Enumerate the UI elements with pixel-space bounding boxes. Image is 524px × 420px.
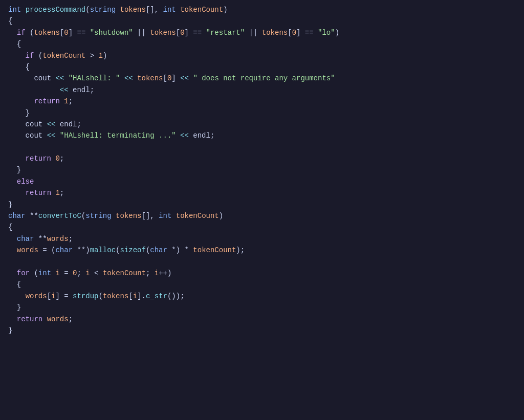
code-token: int bbox=[159, 210, 171, 222]
code-token: = bbox=[60, 268, 73, 279]
code-token: char bbox=[17, 233, 34, 245]
code-token: return bbox=[26, 153, 51, 164]
code-token: tokens bbox=[103, 291, 128, 302]
code-line: } bbox=[0, 325, 524, 336]
code-token bbox=[176, 130, 180, 141]
code-token bbox=[51, 153, 55, 164]
code-token: ; bbox=[77, 268, 86, 279]
code-token: return bbox=[34, 96, 59, 107]
code-token: << bbox=[47, 119, 56, 130]
code-token: ) bbox=[335, 27, 339, 38]
code-line bbox=[0, 256, 524, 268]
code-token: endl bbox=[193, 130, 210, 141]
code-token: int bbox=[38, 268, 51, 279]
code-token: { bbox=[8, 279, 21, 290]
code-token: << bbox=[180, 73, 189, 84]
code-token: c_str bbox=[146, 291, 167, 302]
code-line: if (tokens[0] == "shutdown" || tokens[0]… bbox=[0, 27, 524, 38]
code-token bbox=[69, 84, 73, 96]
code-line: { bbox=[0, 61, 524, 73]
code-token bbox=[51, 73, 55, 84]
code-token: int bbox=[163, 4, 176, 15]
code-token bbox=[42, 130, 47, 141]
code-token bbox=[8, 73, 34, 84]
code-token: ( bbox=[98, 291, 102, 302]
code-token bbox=[8, 96, 34, 107]
code-token: << bbox=[60, 84, 69, 96]
code-token: tokens bbox=[120, 4, 145, 15]
code-token bbox=[8, 233, 17, 245]
code-token bbox=[55, 130, 59, 141]
code-token: i bbox=[55, 268, 59, 279]
code-token: } bbox=[8, 107, 30, 119]
code-token: [], bbox=[142, 210, 159, 222]
code-token: return bbox=[17, 314, 42, 325]
code-token: string bbox=[90, 4, 116, 15]
code-token bbox=[176, 4, 180, 15]
code-token: "lo" bbox=[318, 27, 335, 38]
code-token: words bbox=[47, 233, 69, 245]
code-token: ) bbox=[223, 4, 227, 15]
code-token bbox=[8, 176, 17, 187]
code-token: } bbox=[8, 325, 12, 336]
code-token: < bbox=[90, 268, 103, 279]
code-token: endl bbox=[73, 84, 90, 96]
code-token: i bbox=[85, 268, 90, 279]
code-line bbox=[0, 142, 524, 153]
code-token: ] bbox=[171, 73, 180, 84]
code-token: ( bbox=[85, 4, 90, 15]
code-token: tokens bbox=[150, 27, 176, 38]
code-token: [ bbox=[288, 27, 292, 38]
code-token: [ bbox=[163, 73, 167, 84]
code-token: char bbox=[8, 210, 26, 222]
code-token: ( bbox=[34, 50, 42, 61]
code-token: { bbox=[8, 61, 30, 73]
code-token: ( bbox=[81, 210, 85, 222]
code-line: int processCommand(string tokens[], int … bbox=[0, 4, 524, 15]
code-token: ++) bbox=[159, 268, 171, 279]
code-line: if (tokenCount > 1) bbox=[0, 50, 524, 61]
code-token: for bbox=[17, 268, 30, 279]
code-token: ) bbox=[219, 210, 223, 222]
code-token: ; bbox=[60, 153, 64, 164]
code-line: words[i] = strdup(tokens[i].c_str()); bbox=[0, 291, 524, 302]
code-token bbox=[17, 187, 26, 198]
code-token bbox=[64, 73, 68, 84]
code-token: "shutdown" bbox=[90, 27, 133, 38]
code-token: ] == bbox=[296, 27, 318, 38]
code-token bbox=[60, 96, 64, 107]
code-token: strdup bbox=[73, 291, 98, 302]
code-line: { bbox=[0, 38, 524, 50]
code-token: ( bbox=[116, 245, 120, 256]
code-token: { bbox=[8, 222, 12, 233]
code-line: } bbox=[0, 164, 524, 175]
code-line: return words; bbox=[0, 314, 524, 325]
code-token bbox=[42, 119, 47, 130]
code-token: " does not require any arguments" bbox=[193, 73, 335, 84]
code-token: [ bbox=[176, 27, 180, 38]
code-token: tokens bbox=[34, 27, 59, 38]
code-token: i bbox=[133, 291, 137, 302]
code-token: [ bbox=[47, 291, 51, 302]
code-token: i bbox=[51, 291, 55, 302]
code-token: "restart" bbox=[206, 27, 245, 38]
code-token: 0 bbox=[292, 27, 296, 38]
code-token bbox=[8, 50, 26, 61]
code-line: return 1; bbox=[0, 96, 524, 107]
code-line: cout << "HALshell: terminating ..." << e… bbox=[0, 130, 524, 141]
code-token: if bbox=[17, 27, 26, 38]
code-token: tokens bbox=[116, 210, 141, 222]
code-token: || bbox=[133, 27, 150, 38]
code-token: { bbox=[8, 38, 21, 50]
code-token: 0 bbox=[64, 27, 68, 38]
code-token bbox=[8, 187, 17, 198]
code-token: ; bbox=[69, 96, 73, 107]
code-token: "HALshell: " bbox=[69, 73, 120, 84]
code-token: ( bbox=[26, 27, 34, 38]
code-token: } bbox=[8, 164, 21, 175]
code-token: words bbox=[26, 291, 47, 302]
code-line: cout << "HALshell: " << tokens[0] << " d… bbox=[0, 73, 524, 84]
code-token: [ bbox=[128, 291, 133, 302]
code-token: cout bbox=[26, 119, 43, 130]
code-token: ]. bbox=[137, 291, 146, 302]
